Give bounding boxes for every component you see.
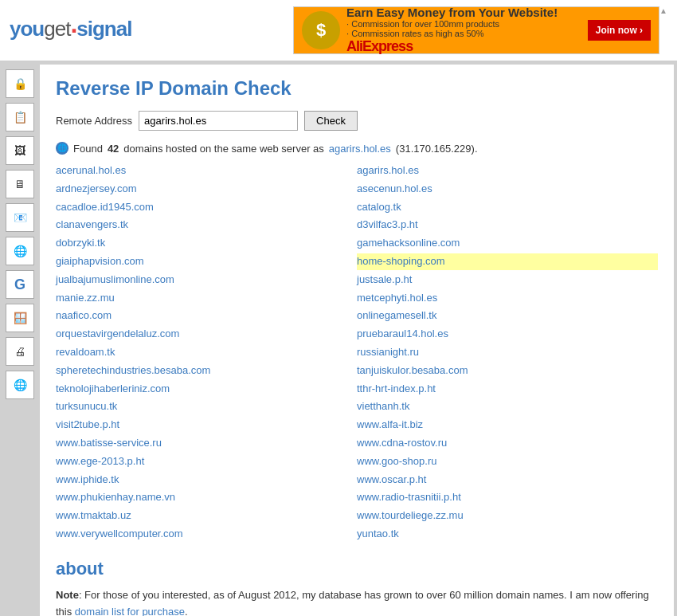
domain-link-right[interactable]: d3vilfac3.p.ht [357,217,658,233]
domain-link-right[interactable]: agarirs.hol.es [357,163,658,179]
domain-link-right[interactable]: vietthanh.tk [357,398,658,415]
note-label: Note [56,589,79,601]
sidebar-icon-network[interactable]: 🌐 [6,237,34,265]
domain-link-right[interactable]: www.alfa-it.biz [357,417,658,434]
ad-sub2: · Commission rates as high as 50% [346,29,581,38]
ad-brand: AliExpress [346,38,581,55]
domain-link-right[interactable]: www.tourdeliege.zz.mu [357,508,658,524]
domain-link-left[interactable]: giaiphapvision.com [56,253,357,270]
sidebar: 🔒 📋 🖼 🖥 📧 🌐 G 🪟 🖨 🌐 [0,61,40,616]
domain-link-left[interactable]: turksunucu.tk [56,398,357,415]
domain-list-link[interactable]: domain list for purchase [75,606,185,616]
domain-link-left[interactable]: www.tmaktab.uz [56,508,357,524]
logo-signal: signal [76,17,131,41]
about-note: Note: For those of you interested, as of… [56,587,658,616]
about-text: Note: For those of you interested, as of… [56,587,658,616]
domain-link-left[interactable]: orquestavirgendelaluz.com [56,326,357,343]
sidebar-icon-windows[interactable]: 🪟 [6,304,34,332]
ad-corner: ▲ [659,6,667,15]
logo[interactable]: youget·signal [10,16,131,45]
sidebar-icon-print[interactable]: 🖨 [6,337,34,366]
domain-link-left[interactable]: revaldoam.tk [56,344,357,361]
domain-link-right[interactable]: home-shoping.com [357,253,658,270]
domain-link-left[interactable]: cacadloe.id1945.com [56,199,357,216]
about-title: about [56,559,658,579]
remote-address-input[interactable] [139,111,298,131]
form-label: Remote Address [56,115,132,127]
form-row: Remote Address Check [56,111,658,131]
ad-join-button[interactable]: Join now › [588,20,651,41]
domain-link-left[interactable]: clanavengers.tk [56,217,357,233]
result-middle: domains hosted on the same web server as [123,143,323,155]
result-prefix: Found [73,143,103,155]
domain-link-left[interactable]: spheretechindustries.besaba.com [56,363,357,379]
header: youget·signal $ Earn Easy Money from You… [0,0,677,61]
domain-link-left[interactable]: www.phukienhay.name.vn [56,489,357,506]
result-count: 42 [108,143,119,155]
domain-link-right[interactable]: catalog.tk [357,199,658,216]
domain-columns: acerunal.hol.esardnezjersey.comcacadloe.… [56,163,658,543]
ad-icon: $ [302,11,340,49]
note-end: . [185,606,188,616]
sidebar-icon-google[interactable]: G [6,270,34,299]
domain-col-right: agarirs.hol.esasecenun.hol.escatalog.tkd… [357,163,658,543]
domain-link-right[interactable]: www.goo-shop.ru [357,453,658,470]
ad-title: Earn Easy Money from Your Website! [346,6,581,19]
check-button[interactable]: Check [304,111,358,131]
results-summary: 🌐 Found 42 domains hosted on the same we… [56,142,658,155]
domain-link-right[interactable]: asecenun.hol.es [357,181,658,198]
domain-link-left[interactable]: www.batisse-service.ru [56,435,357,452]
domain-link-left[interactable]: www.verywellcomputer.com [56,526,357,543]
domain-link-right[interactable]: pruebaraul14.hol.es [357,326,658,343]
domain-link-left[interactable]: manie.zz.mu [56,290,357,307]
result-domain-link[interactable]: agarirs.hol.es [329,143,391,155]
domain-link-right[interactable]: yuntao.tk [357,526,658,543]
ad-banner: $ Earn Easy Money from Your Website! · C… [293,6,659,54]
domain-link-left[interactable]: jualbajumuslimonline.com [56,272,357,288]
logo-get: get [44,17,70,41]
result-ip: (31.170.165.229). [396,143,478,155]
domain-link-right[interactable]: www.radio-trasnitii.p.ht [357,489,658,506]
domain-link-left[interactable]: visit2tube.p.ht [56,417,357,434]
sidebar-icon-image[interactable]: 🖼 [6,136,34,165]
domain-link-right[interactable]: gamehacksonline.com [357,235,658,252]
content: Reverse IP Domain Check Remote Address C… [40,65,674,616]
sidebar-icon-globe[interactable]: 🌐 [6,371,34,399]
domain-link-left[interactable]: acerunal.hol.es [56,163,357,179]
domain-link-right[interactable]: tanjuiskulor.besaba.com [357,363,658,379]
page-title: Reverse IP Domain Check [56,77,658,100]
domain-link-right[interactable]: onlinegamesell.tk [357,308,658,324]
domain-link-left[interactable]: www.iphide.tk [56,472,357,488]
domain-link-right[interactable]: metcephyti.hol.es [357,290,658,307]
domain-link-right[interactable]: www.oscar.p.ht [357,472,658,488]
ad-text: Earn Easy Money from Your Website! · Com… [340,6,588,55]
domain-link-right[interactable]: tthr-hrt-index.p.ht [357,381,658,398]
domain-link-left[interactable]: naafico.com [56,308,357,324]
sidebar-icon-email[interactable]: 📧 [6,203,34,232]
main-layout: 🔒 📋 🖼 🖥 📧 🌐 G 🪟 🖨 🌐 Reverse IP Domain Ch… [0,61,677,616]
sidebar-icon-lock[interactable]: 🔒 [6,69,34,98]
domain-col-left: acerunal.hol.esardnezjersey.comcacadloe.… [56,163,357,543]
ad-sub1: · Commission for over 100mm products [346,19,581,29]
domain-link-right[interactable]: justsale.p.ht [357,272,658,288]
domain-link-left[interactable]: dobrzyki.tk [56,235,357,252]
sidebar-icon-list[interactable]: 📋 [6,103,34,131]
domain-link-right[interactable]: www.cdna-rostov.ru [357,435,658,452]
domain-link-right[interactable]: russianight.ru [357,344,658,361]
domain-link-left[interactable]: ardnezjersey.com [56,181,357,198]
sidebar-icon-monitor[interactable]: 🖥 [6,170,34,198]
domain-link-left[interactable]: teknolojihaberleriniz.com [56,381,357,398]
domain-link-left[interactable]: www.ege-2013.p.ht [56,453,357,470]
logo-you: you [10,17,44,41]
earth-icon: 🌐 [56,142,68,155]
